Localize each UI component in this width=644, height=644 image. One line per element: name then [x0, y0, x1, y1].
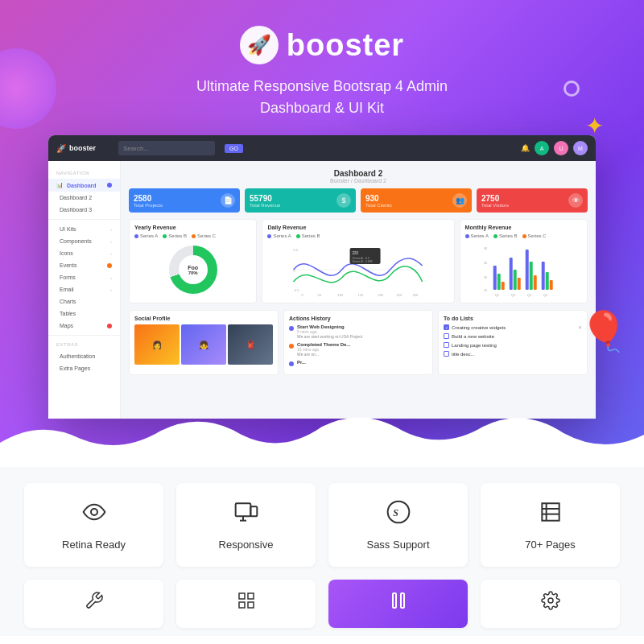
todo-check-2[interactable] — [444, 333, 449, 339]
actions-title: Actions History — [289, 316, 427, 321]
sass-label: Sass Support — [366, 539, 429, 551]
social-photo-3: 🧣 — [228, 324, 273, 365]
svg-rect-47 — [248, 602, 254, 608]
sidebar-item-email[interactable]: Email › — [48, 283, 120, 295]
action-label-3: Pr... — [297, 360, 306, 365]
sass-icon: S — [386, 499, 411, 530]
yearly-chart-title: Yearly Revenue — [134, 225, 251, 230]
feature-bottom-4 — [481, 580, 620, 628]
tagline: Ultimate Responsive Bootsrap 4 Admin Das… — [196, 76, 448, 119]
cloud-decoration — [0, 402, 644, 467]
sidebar-item-dashboard2[interactable]: Dashboard 2 — [48, 192, 120, 204]
revenue-count: 55790 — [250, 194, 280, 203]
monthly-revenue-chart: Monthly Revenue Series A Series B Series… — [460, 219, 588, 303]
retina-label: Retina Ready — [62, 539, 126, 551]
svg-text:Q2: Q2 — [510, 293, 515, 297]
sidebar-item-auth[interactable]: Authentication — [48, 350, 120, 362]
pages-icon — [538, 499, 564, 530]
features-grid: Retina Ready Responsive S Sass Support — [24, 483, 620, 567]
hero-section: ✦ 🚀 booster Ultimate Responsive Bootsrap… — [0, 0, 644, 467]
social-photo-1: 👩 — [134, 324, 180, 365]
svg-rect-29 — [545, 272, 548, 290]
responsive-icon — [233, 499, 259, 530]
features-bottom-grid — [24, 580, 620, 628]
svg-text:-0.5: -0.5 — [294, 288, 300, 292]
sidebar-item-maps[interactable]: Maps — [48, 320, 120, 332]
svg-text:250: 250 — [397, 293, 402, 297]
sidebar-item-extrapages[interactable]: Extra Pages — [48, 362, 120, 374]
bar-chart-area: 40 30 20 10 — [465, 242, 582, 298]
action-desc-2: We are on... — [297, 352, 350, 357]
mockup-body: Navigation 📊 Dashboard Dashboard 2 Dashb… — [48, 161, 596, 419]
blob-decoration — [0, 48, 56, 129]
stat-card-clients: 930 Total Clients 👥 — [361, 188, 472, 213]
daily-revenue-chart: Daily Revenue Series A Series B — [262, 219, 454, 303]
avatar-pink: U — [554, 141, 568, 155]
todo-item-2: Build a new website — [444, 333, 582, 339]
sidebar-item-components[interactable]: Components › — [48, 235, 120, 247]
yearly-revenue-chart: Yearly Revenue Series A Series B Series … — [129, 219, 257, 303]
sidebar-item-icons[interactable]: Icons › — [48, 247, 120, 259]
todo-check-4[interactable] — [444, 351, 449, 357]
donut-label: Foo — [188, 265, 198, 270]
sidebar-item-events[interactable]: Events — [48, 259, 120, 271]
sidebar-item-dashboard3[interactable]: Dashboard 3 — [48, 204, 120, 216]
daily-legend: Series A Series B — [267, 233, 448, 238]
feature-sass: S Sass Support — [328, 483, 468, 567]
svg-rect-44 — [239, 593, 245, 599]
svg-rect-19 — [493, 266, 496, 290]
social-title: Social Profile — [134, 316, 273, 321]
projects-count: 2580 — [134, 194, 163, 203]
stat-cards-row: 2580 Total Projects 📄 55790 Total Revenu… — [129, 188, 588, 213]
svg-text:40: 40 — [483, 246, 487, 250]
monthly-chart-title: Monthly Revenue — [465, 225, 582, 230]
rocket-icon: 🚀 — [240, 26, 279, 64]
circle-decoration — [564, 80, 580, 97]
sidebar-item-dashboard[interactable]: 📊 Dashboard — [48, 179, 120, 192]
social-photos: 👩 👧 🧣 — [134, 324, 273, 365]
revenue-label: Total Revenue — [250, 203, 280, 208]
mockup-logo: 🚀 booster — [56, 144, 96, 153]
topbar-right: 🔔 A U M — [521, 141, 588, 155]
svg-text:220: 220 — [353, 251, 359, 255]
feature-bottom-2 — [176, 580, 316, 628]
visitors-label: Total Visitors — [481, 203, 509, 208]
svg-rect-22 — [509, 258, 512, 290]
todo-check-1[interactable]: ✓ — [444, 324, 449, 330]
line-chart: 220 Series A: -0.5 Series B: -2.896 0.5 … — [267, 242, 448, 298]
svg-text:30: 30 — [483, 261, 487, 265]
go-button[interactable]: GO — [225, 144, 243, 153]
sidebar-item-forms[interactable]: Forms › — [48, 271, 120, 283]
svg-point-35 — [91, 509, 97, 515]
todo-item-3: Landing page testing — [444, 342, 582, 348]
logo-area: 🚀 booster — [240, 26, 404, 64]
sidebar-divider2 — [48, 335, 120, 336]
sidebar-item-charts[interactable]: Charts — [48, 295, 120, 308]
avatar-purple: M — [573, 141, 588, 155]
sidebar-divider — [48, 219, 120, 220]
svg-text:0.5: 0.5 — [294, 248, 299, 252]
projects-label: Total Projects — [134, 203, 163, 208]
stat-card-projects: 2580 Total Projects 📄 — [129, 188, 240, 213]
svg-rect-28 — [541, 262, 544, 290]
charts-row: Yearly Revenue Series A Series B Series … — [129, 219, 588, 303]
sidebar-item-uikits[interactable]: UI Kits › — [48, 223, 120, 235]
daily-chart-title: Daily Revenue — [267, 225, 448, 230]
svg-text:200: 200 — [378, 293, 384, 297]
mockup-search-bar[interactable]: Search... — [118, 141, 215, 155]
todo-text-4: title desc... — [452, 352, 475, 357]
action-dot-1 — [289, 326, 294, 331]
donut-chart: Foo 70% — [134, 242, 251, 298]
svg-rect-26 — [529, 262, 532, 290]
mockup-main-content: Dashboard 2 Booster / Dashboard 2 2580 T… — [121, 161, 596, 419]
sidebar-item-tables[interactable]: Tables — [48, 308, 120, 320]
todo-text-3: Landing page testing — [452, 343, 497, 348]
visitors-icon: 👁 — [568, 193, 583, 208]
svg-text:S: S — [393, 507, 398, 518]
projects-icon: 📄 — [221, 193, 235, 208]
revenue-icon: $ — [336, 193, 351, 208]
todo-check-3[interactable] — [444, 342, 449, 348]
clients-label: Total Clients — [365, 203, 392, 208]
dashboard-mockup: 🚀 booster Search... GO 🔔 A U M Navigatio… — [48, 135, 596, 419]
bottom-cards-row: Social Profile 👩 👧 🧣 — [129, 310, 588, 375]
